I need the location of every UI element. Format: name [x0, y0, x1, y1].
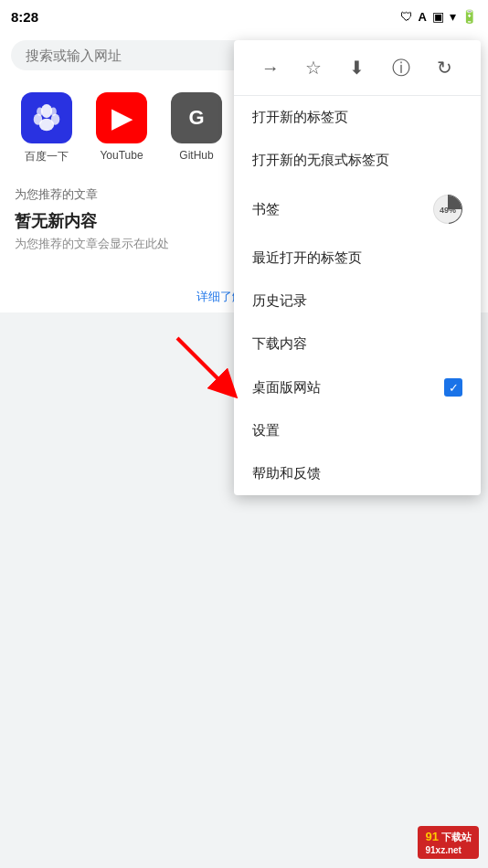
downloads-label: 下载内容	[252, 335, 462, 353]
menu-item-help[interactable]: 帮助和反馈	[234, 452, 481, 495]
desktop-site-label: 桌面版网站	[252, 379, 444, 397]
svg-line-8	[177, 338, 228, 388]
menu-item-desktop-site[interactable]: 桌面版网站 ✓	[234, 365, 481, 409]
menu-item-downloads[interactable]: 下载内容	[234, 323, 481, 365]
download-button[interactable]: ⬇	[341, 51, 374, 84]
dropdown-menu: → ☆ ⬇ ⓘ ↻ 打开新的标签页 打开新的无痕式标签页 书签 49% 最近打开…	[234, 40, 481, 495]
recent-tabs-label: 最近打开的标签页	[252, 249, 462, 267]
menu-icon-row: → ☆ ⬇ ⓘ ↻	[234, 40, 481, 96]
info-button[interactable]: ⓘ	[385, 51, 418, 84]
menu-item-history[interactable]: 历史记录	[234, 280, 481, 323]
dropdown-overlay[interactable]: → ☆ ⬇ ⓘ ↻ 打开新的标签页 打开新的无痕式标签页 书签 49% 最近打开…	[0, 0, 488, 868]
forward-button[interactable]: →	[254, 51, 287, 84]
desktop-site-checkbox[interactable]: ✓	[444, 378, 462, 397]
watermark: 91 下载站 91xz.net	[418, 826, 479, 859]
history-label: 历史记录	[252, 292, 462, 310]
menu-item-new-tab[interactable]: 打开新的标签页	[234, 96, 481, 139]
help-label: 帮助和反馈	[252, 465, 462, 482]
svg-text:49%: 49%	[440, 206, 456, 215]
bookmarks-badge: 49%	[433, 195, 462, 224]
new-tab-label: 打开新的标签页	[252, 109, 462, 126]
menu-item-incognito[interactable]: 打开新的无痕式标签页	[234, 139, 481, 182]
bookmark-button[interactable]: ☆	[297, 51, 330, 84]
menu-item-recent-tabs[interactable]: 最近打开的标签页	[234, 237, 481, 280]
settings-label: 设置	[252, 422, 462, 439]
menu-item-bookmarks[interactable]: 书签 49%	[234, 182, 481, 237]
refresh-button[interactable]: ↻	[428, 51, 461, 84]
incognito-label: 打开新的无痕式标签页	[252, 152, 462, 169]
bookmarks-label: 书签	[252, 201, 433, 218]
menu-item-settings[interactable]: 设置	[234, 409, 481, 452]
